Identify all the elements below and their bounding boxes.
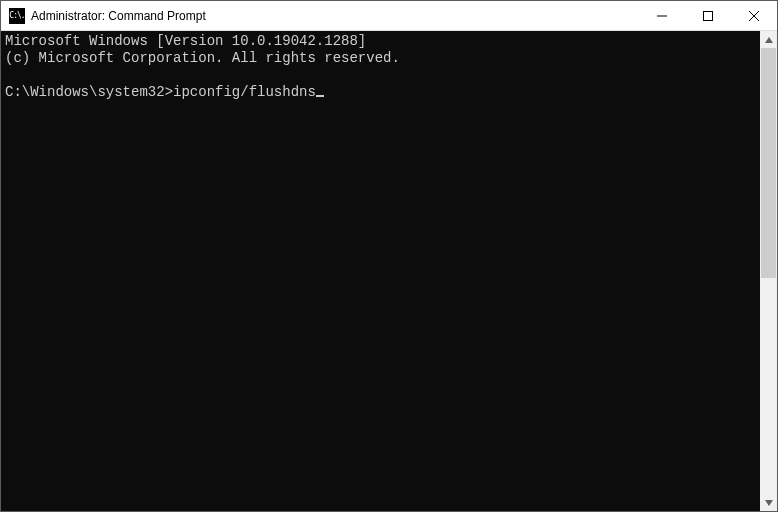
output-line-2: (c) Microsoft Corporation. All rights re… xyxy=(5,50,400,66)
prompt-line: C:\Windows\system32>ipconfig/flushdns xyxy=(5,84,324,100)
maximize-button[interactable] xyxy=(685,1,731,30)
scroll-down-button[interactable] xyxy=(760,494,777,511)
minimize-icon xyxy=(657,11,667,21)
prompt-text: C:\Windows\system32> xyxy=(5,84,173,100)
maximize-icon xyxy=(703,11,713,21)
window-controls xyxy=(639,1,777,30)
cmd-icon: C:\. xyxy=(9,8,25,24)
vertical-scrollbar[interactable] xyxy=(760,31,777,511)
chevron-down-icon xyxy=(765,500,773,506)
window-title: Administrator: Command Prompt xyxy=(31,9,639,23)
titlebar[interactable]: C:\. Administrator: Command Prompt xyxy=(1,1,777,31)
output-line-1: Microsoft Windows [Version 10.0.19042.12… xyxy=(5,33,366,49)
close-icon xyxy=(749,11,759,21)
svg-rect-0 xyxy=(704,11,713,20)
text-cursor xyxy=(316,95,324,97)
scroll-up-button[interactable] xyxy=(760,31,777,48)
minimize-button[interactable] xyxy=(639,1,685,30)
window-frame: C:\. Administrator: Command Prompt Micro… xyxy=(0,0,778,512)
cmd-icon-glyph: C:\. xyxy=(9,12,24,20)
scroll-track[interactable] xyxy=(760,48,777,494)
close-button[interactable] xyxy=(731,1,777,30)
command-text: ipconfig/flushdns xyxy=(173,84,316,100)
client-area: Microsoft Windows [Version 10.0.19042.12… xyxy=(1,31,777,511)
chevron-up-icon xyxy=(765,37,773,43)
scroll-thumb[interactable] xyxy=(761,48,776,278)
terminal-output[interactable]: Microsoft Windows [Version 10.0.19042.12… xyxy=(1,31,760,511)
